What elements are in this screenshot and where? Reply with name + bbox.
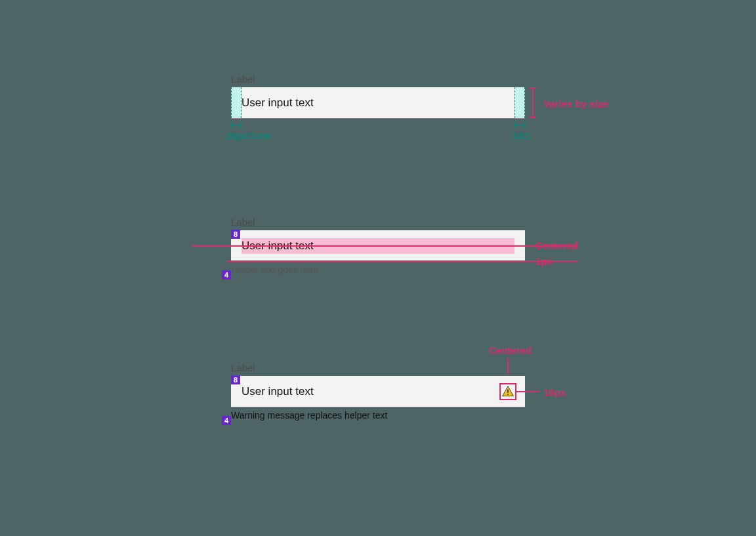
svg-rect-0	[507, 389, 509, 392]
field-label: Label	[231, 73, 525, 85]
text-input[interactable]: User input text 16px/1rem 16/1 Varies by…	[231, 87, 525, 119]
spacing-badge-top: 8	[231, 375, 240, 384]
height-label: Varies by size	[543, 97, 608, 108]
text-input[interactable]: User input text Centered 1px	[231, 230, 525, 262]
input-value: User input text	[242, 96, 314, 110]
annotation-border-width: 1px	[536, 255, 553, 266]
border-guideline	[227, 260, 578, 262]
warning-icon	[501, 385, 514, 398]
warning-message: Warning message replaces helper text	[231, 410, 525, 421]
input-spec-centering: Label 8 User input text Centered 1px 4 H…	[231, 216, 525, 275]
annotation-icon-size: 16px	[543, 386, 566, 398]
spacing-badge-top: 8	[231, 230, 240, 239]
annotation-connector-vertical	[507, 358, 509, 375]
field-label: Label	[231, 362, 525, 373]
padding-highlight-right	[514, 87, 525, 118]
input-spec-warning: Label 8 User input text Centered 16px 4 …	[231, 362, 525, 421]
input-value: User input text	[242, 239, 314, 253]
input-spec-padding: Label User input text 16px/1rem 16/1 Var…	[231, 73, 525, 119]
padding-left-label: 16px/1rem	[226, 131, 271, 141]
padding-highlight-left	[231, 87, 242, 118]
dimension-height	[529, 87, 536, 118]
field-label: Label	[231, 216, 525, 228]
dimension-padding-right: 16/1	[514, 121, 525, 128]
svg-rect-1	[507, 394, 509, 395]
input-value: User input text	[242, 385, 314, 398]
annotation-connector-horizontal	[516, 391, 539, 392]
spacing-badge-bottom: 4	[222, 270, 231, 279]
text-input[interactable]: User input text Centered 16px	[231, 376, 525, 407]
padding-right-label: 16/1	[513, 131, 530, 141]
helper-text: Helper text goes here	[231, 264, 525, 275]
dimension-padding-left: 16px/1rem	[231, 121, 242, 128]
spacing-badge-bottom: 4	[222, 416, 231, 425]
annotation-centered: Centered	[489, 344, 532, 356]
